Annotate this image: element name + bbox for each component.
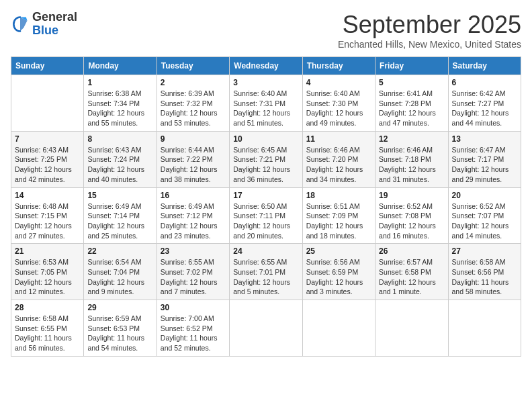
calendar-cell: 22Sunrise: 6:54 AM Sunset: 7:04 PM Dayli… (84, 244, 157, 300)
calendar-cell (11, 75, 84, 132)
day-info: Sunrise: 6:46 AM Sunset: 7:18 PM Dayligh… (379, 145, 444, 185)
header-sunday: Sunday (11, 57, 84, 75)
month-title: September 2025 (338, 11, 521, 39)
calendar-table: SundayMondayTuesdayWednesdayThursdayFrid… (11, 56, 521, 357)
day-info: Sunrise: 6:55 AM Sunset: 7:01 PM Dayligh… (233, 257, 298, 297)
day-number: 1 (87, 78, 152, 87)
week-row-2: 7Sunrise: 6:43 AM Sunset: 7:25 PM Daylig… (11, 131, 521, 187)
calendar-cell: 23Sunrise: 6:55 AM Sunset: 7:02 PM Dayli… (157, 244, 229, 300)
header-thursday: Thursday (302, 57, 375, 75)
week-row-3: 14Sunrise: 6:48 AM Sunset: 7:15 PM Dayli… (11, 187, 521, 244)
day-info: Sunrise: 6:42 AM Sunset: 7:27 PM Dayligh… (452, 89, 517, 128)
calendar-cell: 2Sunrise: 6:39 AM Sunset: 7:32 PM Daylig… (157, 75, 229, 132)
week-row-5: 28Sunrise: 6:58 AM Sunset: 6:55 PM Dayli… (11, 300, 521, 357)
day-info: Sunrise: 6:41 AM Sunset: 7:28 PM Dayligh… (379, 89, 444, 128)
day-info: Sunrise: 6:52 AM Sunset: 7:08 PM Dayligh… (379, 201, 444, 241)
day-info: Sunrise: 6:56 AM Sunset: 6:59 PM Dayligh… (306, 257, 371, 297)
day-number: 29 (87, 303, 152, 312)
day-number: 15 (87, 191, 152, 200)
title-block: September 2025 Enchanted Hills, New Mexi… (338, 11, 521, 50)
calendar-cell: 19Sunrise: 6:52 AM Sunset: 7:08 PM Dayli… (375, 187, 448, 244)
day-number: 4 (306, 78, 371, 87)
day-number: 19 (379, 191, 444, 200)
calendar-cell (375, 300, 448, 357)
logo: General Blue (11, 11, 77, 38)
day-info: Sunrise: 6:38 AM Sunset: 7:34 PM Dayligh… (87, 89, 152, 128)
day-info: Sunrise: 6:59 AM Sunset: 6:53 PM Dayligh… (87, 314, 152, 353)
day-number: 10 (233, 134, 298, 144)
calendar-cell: 29Sunrise: 6:59 AM Sunset: 6:53 PM Dayli… (84, 300, 157, 357)
day-number: 24 (233, 246, 298, 256)
day-number: 12 (379, 134, 444, 144)
day-info: Sunrise: 6:45 AM Sunset: 7:21 PM Dayligh… (233, 145, 298, 185)
day-info: Sunrise: 6:39 AM Sunset: 7:32 PM Dayligh… (161, 89, 226, 128)
location: Enchanted Hills, New Mexico, United Stat… (338, 39, 521, 50)
day-info: Sunrise: 6:43 AM Sunset: 7:24 PM Dayligh… (87, 145, 152, 185)
calendar-cell: 27Sunrise: 6:58 AM Sunset: 6:56 PM Dayli… (448, 244, 521, 300)
day-info: Sunrise: 6:47 AM Sunset: 7:17 PM Dayligh… (452, 145, 517, 185)
logo-icon (11, 15, 30, 34)
header-monday: Monday (84, 57, 157, 75)
calendar-cell: 8Sunrise: 6:43 AM Sunset: 7:24 PM Daylig… (84, 131, 157, 187)
day-info: Sunrise: 6:57 AM Sunset: 6:58 PM Dayligh… (379, 257, 444, 297)
calendar-cell: 10Sunrise: 6:45 AM Sunset: 7:21 PM Dayli… (230, 131, 302, 187)
calendar-cell: 16Sunrise: 6:49 AM Sunset: 7:12 PM Dayli… (157, 187, 229, 244)
day-info: Sunrise: 6:43 AM Sunset: 7:25 PM Dayligh… (15, 145, 80, 185)
calendar-cell: 21Sunrise: 6:53 AM Sunset: 7:05 PM Dayli… (11, 244, 84, 300)
calendar-cell: 26Sunrise: 6:57 AM Sunset: 6:58 PM Dayli… (375, 244, 448, 300)
calendar-cell: 24Sunrise: 6:55 AM Sunset: 7:01 PM Dayli… (230, 244, 302, 300)
day-info: Sunrise: 6:48 AM Sunset: 7:15 PM Dayligh… (15, 201, 80, 241)
header-wednesday: Wednesday (230, 57, 302, 75)
day-number: 8 (87, 134, 152, 144)
week-row-4: 21Sunrise: 6:53 AM Sunset: 7:05 PM Dayli… (11, 244, 521, 300)
day-number: 30 (161, 303, 226, 312)
day-number: 26 (379, 246, 444, 256)
day-info: Sunrise: 7:00 AM Sunset: 6:52 PM Dayligh… (161, 314, 226, 353)
day-number: 13 (452, 134, 517, 144)
day-number: 18 (306, 191, 371, 200)
calendar-cell: 14Sunrise: 6:48 AM Sunset: 7:15 PM Dayli… (11, 187, 84, 244)
day-number: 21 (15, 246, 80, 256)
day-info: Sunrise: 6:50 AM Sunset: 7:11 PM Dayligh… (233, 201, 298, 241)
day-number: 16 (161, 191, 226, 200)
day-number: 28 (15, 303, 80, 312)
day-number: 20 (452, 191, 517, 200)
day-info: Sunrise: 6:40 AM Sunset: 7:30 PM Dayligh… (306, 89, 371, 128)
day-info: Sunrise: 6:58 AM Sunset: 6:55 PM Dayligh… (15, 314, 80, 353)
day-info: Sunrise: 6:53 AM Sunset: 7:05 PM Dayligh… (15, 257, 80, 297)
page-header: General Blue September 2025 Enchanted Hi… (11, 11, 521, 50)
calendar-cell (230, 300, 302, 357)
day-info: Sunrise: 6:55 AM Sunset: 7:02 PM Dayligh… (161, 257, 226, 297)
logo-text: General Blue (32, 11, 77, 38)
calendar-cell: 11Sunrise: 6:46 AM Sunset: 7:20 PM Dayli… (302, 131, 375, 187)
calendar-cell: 4Sunrise: 6:40 AM Sunset: 7:30 PM Daylig… (302, 75, 375, 132)
calendar-cell: 18Sunrise: 6:51 AM Sunset: 7:09 PM Dayli… (302, 187, 375, 244)
day-number: 23 (161, 246, 226, 256)
day-number: 9 (161, 134, 226, 144)
calendar-cell: 12Sunrise: 6:46 AM Sunset: 7:18 PM Dayli… (375, 131, 448, 187)
day-info: Sunrise: 6:46 AM Sunset: 7:20 PM Dayligh… (306, 145, 371, 185)
day-number: 27 (452, 246, 517, 256)
day-number: 5 (379, 78, 444, 87)
day-info: Sunrise: 6:54 AM Sunset: 7:04 PM Dayligh… (87, 257, 152, 297)
day-info: Sunrise: 6:49 AM Sunset: 7:14 PM Dayligh… (87, 201, 152, 241)
day-number: 14 (15, 191, 80, 200)
day-number: 2 (161, 78, 226, 87)
header-saturday: Saturday (448, 57, 521, 75)
calendar-cell (448, 300, 521, 357)
calendar-cell: 6Sunrise: 6:42 AM Sunset: 7:27 PM Daylig… (448, 75, 521, 132)
day-info: Sunrise: 6:51 AM Sunset: 7:09 PM Dayligh… (306, 201, 371, 241)
day-number: 17 (233, 191, 298, 200)
day-info: Sunrise: 6:58 AM Sunset: 6:56 PM Dayligh… (452, 257, 517, 297)
calendar-cell: 7Sunrise: 6:43 AM Sunset: 7:25 PM Daylig… (11, 131, 84, 187)
day-info: Sunrise: 6:40 AM Sunset: 7:31 PM Dayligh… (233, 89, 298, 128)
calendar-cell: 13Sunrise: 6:47 AM Sunset: 7:17 PM Dayli… (448, 131, 521, 187)
calendar-cell (302, 300, 375, 357)
calendar-cell: 30Sunrise: 7:00 AM Sunset: 6:52 PM Dayli… (157, 300, 229, 357)
calendar-cell: 17Sunrise: 6:50 AM Sunset: 7:11 PM Dayli… (230, 187, 302, 244)
calendar-cell: 28Sunrise: 6:58 AM Sunset: 6:55 PM Dayli… (11, 300, 84, 357)
day-number: 7 (15, 134, 80, 144)
day-number: 3 (233, 78, 298, 87)
calendar-header-row: SundayMondayTuesdayWednesdayThursdayFrid… (11, 57, 521, 75)
header-tuesday: Tuesday (157, 57, 229, 75)
